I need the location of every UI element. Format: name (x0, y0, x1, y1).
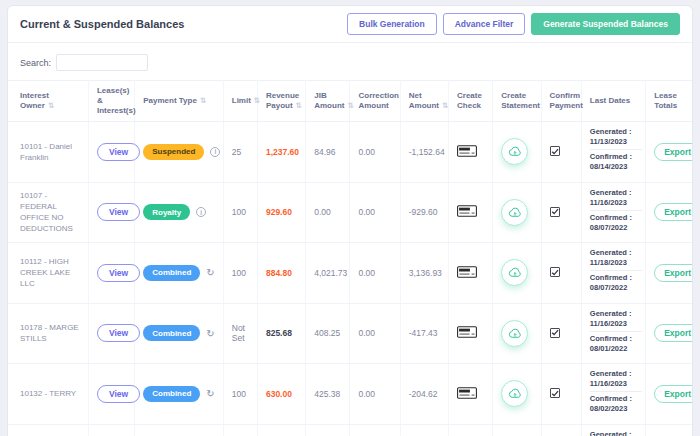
sync-icon[interactable]: ↻ (206, 328, 214, 339)
column-header-payment-type[interactable]: Payment Type⇅ (135, 81, 224, 122)
payment-type-badge: Royalty (143, 204, 190, 220)
confirm-payment-checkbox[interactable] (550, 207, 560, 217)
bulk-generation-button[interactable]: Bulk Generation (347, 13, 437, 35)
info-icon[interactable]: i (196, 207, 206, 217)
create-statement-button[interactable] (501, 138, 528, 165)
create-check-icon[interactable] (457, 387, 477, 399)
confirm-payment-checkbox[interactable] (550, 328, 560, 338)
confirm-payment-cell (541, 424, 581, 436)
header-actions: Bulk Generation Advance Filter Generate … (347, 13, 680, 35)
create-statement-button[interactable] (501, 320, 528, 347)
create-check-cell (449, 424, 493, 436)
column-header-create-check: Create Check (449, 81, 493, 122)
view-button[interactable]: View (97, 385, 140, 403)
column-header-limit[interactable]: Limit⇅ (223, 81, 257, 122)
view-button[interactable]: View (97, 143, 140, 161)
lease-totals-cell: Export (646, 364, 692, 425)
limit-cell: 100 (223, 364, 257, 425)
last-dates-cell: Generated :11/18/2023Confirmed :08/07/20… (581, 243, 645, 304)
sort-icon[interactable]: ⇅ (254, 96, 260, 105)
lease-totals-cell: Export (646, 424, 692, 436)
create-statement-button[interactable] (501, 380, 528, 407)
correction-amount-cell: 0.00 (350, 243, 400, 304)
create-check-icon[interactable] (457, 205, 477, 217)
confirm-payment-checkbox[interactable] (550, 146, 560, 156)
payment-type-cell: Combined↻ (135, 364, 224, 425)
last-dates-cell: Generated :11/16/2023Confirmed :08/07/20… (581, 182, 645, 243)
generate-suspended-balances-button[interactable]: Generate Suspended Balances (531, 13, 680, 35)
view-button[interactable]: View (97, 264, 140, 282)
generated-label: Generated : (590, 430, 642, 436)
info-icon[interactable]: i (210, 147, 220, 157)
jib-amount-cell: 0.00 (306, 424, 350, 436)
column-header-interest-owner[interactable]: Interest Owner⇅ (8, 81, 88, 122)
view-button[interactable]: View (97, 203, 140, 221)
net-amount-cell: -929.60 (400, 182, 448, 243)
lease-totals-cell: Export (646, 122, 692, 183)
column-header-lease-totals: Lease Totals (646, 81, 692, 122)
column-header-jib-amount[interactable]: JIB Amount⇅ (306, 81, 350, 122)
cloud-upload-icon (508, 327, 522, 340)
lease-interests-cell: View (88, 122, 134, 183)
column-label: Last Dates (590, 96, 630, 105)
table-row: 10112 - HIGH CREEK LAKE LLCViewCombined↻… (8, 243, 692, 304)
last-dates-cell: Generated :11/16/2023Confirmed :08/02/20… (581, 364, 645, 425)
confirm-payment-checkbox[interactable] (550, 267, 560, 277)
export-button[interactable]: Export (654, 385, 693, 403)
column-header-net-amount[interactable]: Net Amount⇅ (400, 81, 448, 122)
sort-icon[interactable]: ⇅ (200, 96, 206, 105)
create-statement-button[interactable] (501, 199, 528, 226)
generated-label: Generated : (590, 369, 642, 379)
cloud-upload-icon (508, 387, 522, 400)
correction-amount-cell: 0.00 (350, 364, 400, 425)
limit-cell: 100 (223, 182, 257, 243)
sync-icon[interactable]: ↻ (206, 267, 214, 278)
export-button[interactable]: Export (654, 143, 693, 161)
check-mark-icon (551, 268, 559, 277)
jib-amount-cell: 0.00 (306, 182, 350, 243)
sync-icon[interactable]: ↻ (206, 388, 214, 399)
confirmed-date: 08/01/2022 (590, 344, 642, 354)
confirm-payment-cell (541, 243, 581, 304)
lease-interests-cell: View (88, 303, 134, 364)
export-button[interactable]: Export (654, 203, 693, 221)
sort-icon[interactable]: ⇅ (296, 101, 302, 110)
column-header-revenue-payout[interactable]: Revenue Payout⇅ (257, 81, 305, 122)
interest-owner-cell: 10107 - FEDERAL OFFICE NO DEDUCTIONS (8, 182, 88, 243)
confirmed-date: 08/07/2022 (590, 283, 642, 293)
sort-icon[interactable]: ⇅ (48, 101, 54, 110)
create-check-icon[interactable] (457, 145, 477, 157)
revenue-payout-cell: 929.60 (257, 182, 305, 243)
create-check-icon[interactable] (457, 326, 477, 338)
check-mark-icon (551, 207, 559, 216)
interest-owner: 10107 - FEDERAL OFFICE NO DEDUCTIONS (20, 191, 73, 234)
net-amount-cell: -1,152.64 (400, 122, 448, 183)
payment-type-cell: Combined↻ (135, 243, 224, 304)
table-header-row: Interest Owner⇅Lease(s) & Interest(s)Pay… (8, 81, 692, 122)
column-label: Confirm Payment (550, 91, 583, 110)
create-check-cell (449, 243, 493, 304)
create-statement-cell (493, 243, 541, 304)
create-check-cell (449, 122, 493, 183)
net-amount-cell: -417.43 (400, 303, 448, 364)
payment-type-badge: Suspended (143, 144, 204, 160)
lease-interests-cell: View (88, 243, 134, 304)
column-header-confirm-payment: Confirm Payment (541, 81, 581, 122)
search-input[interactable] (56, 54, 148, 71)
page-title: Current & Suspended Balances (20, 18, 184, 30)
advance-filter-button[interactable]: Advance Filter (443, 13, 526, 35)
view-button[interactable]: View (97, 324, 140, 342)
create-check-icon[interactable] (457, 266, 477, 278)
sort-icon[interactable]: ⇅ (347, 101, 353, 110)
table-row: 10178 - MARGE STILLSViewCombined↻Not Set… (8, 303, 692, 364)
export-button[interactable]: Export (654, 264, 693, 282)
column-label: Interest Owner (20, 91, 49, 110)
payment-type-cell: Royaltyi (135, 182, 224, 243)
confirm-payment-checkbox[interactable] (550, 388, 560, 398)
generated-date: 11/18/2023 (590, 258, 642, 268)
confirm-payment-cell (541, 364, 581, 425)
sort-icon[interactable]: ⇅ (442, 101, 448, 110)
create-statement-button[interactable] (501, 259, 528, 286)
export-button[interactable]: Export (654, 324, 693, 342)
payment-type-badge: Combined (143, 325, 200, 341)
